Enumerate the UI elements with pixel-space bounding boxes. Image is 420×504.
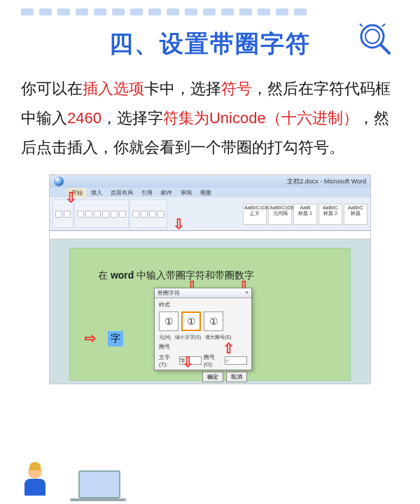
section-title: 四、设置带圈字符 — [109, 28, 311, 60]
dialog-titlebar: 带圈字符 × — [155, 288, 251, 298]
text: ，选择字 — [102, 109, 163, 127]
title-row: 四、设置带圈字符 — [0, 15, 420, 69]
tab-review: 审阅 — [177, 188, 195, 197]
magnifier-icon — [356, 20, 395, 59]
text-highlight: 插入选项 — [83, 80, 144, 97]
arrow-up-icon: ⇩ — [223, 340, 234, 356]
person-icon — [18, 465, 52, 498]
dialog-section-label: 样式 — [159, 301, 247, 309]
tab-view: 视图 — [197, 188, 215, 197]
ruler — [50, 231, 370, 239]
dialog-title-text: 带圈字符 — [158, 289, 180, 297]
word-screenshot: 文档2.docx - Microsoft Word 开始 插入 页面布局 引用 … — [49, 174, 371, 384]
text-highlight: 符集为Unicode（十六进制） — [163, 109, 358, 127]
ribbon-tabs: 开始 插入 页面布局 引用 邮件 审阅 视图 — [50, 188, 370, 197]
style-option-selected: ① — [181, 312, 201, 331]
page-text: 在 word 中输入带圈字符和带圈数字 — [98, 270, 254, 282]
ring-field-label: 圈号(O): — [204, 354, 223, 368]
svg-line-2 — [381, 45, 389, 53]
text-highlight: 符号 — [221, 80, 252, 97]
office-orb-icon — [54, 176, 64, 186]
cancel-button: 取消 — [226, 372, 247, 382]
footer-illustration — [0, 469, 420, 504]
ok-button: 确定 — [202, 372, 223, 382]
text: 你可以在 — [21, 80, 83, 97]
tab-insert: 插入 — [88, 188, 106, 197]
arrow-right-icon: ⇩ — [82, 332, 99, 344]
styles-gallery: AaBbCcDd正文 AaBbCcDd无间隔 AaBl标题 1 AaBbC标题 … — [243, 200, 368, 228]
document-page: 在 word 中输入带圈字符和带圈数字 ⇩ ⇩ 字 ⇩ 带圈字符 × 样式 ① … — [69, 248, 351, 381]
enclosed-char-dialog: 带圈字符 × 样式 ① ① ① 无(N) 缩小文字(S) 增大圈号(E) 圈号 … — [154, 288, 252, 370]
close-icon: × — [245, 289, 248, 297]
text-field-label: 文字(T): — [159, 354, 177, 368]
arrow-down-icon: ⇩ — [173, 216, 185, 232]
svg-line-4 — [382, 24, 385, 27]
tab-layout: 页面布局 — [107, 188, 136, 197]
ribbon: AaBbCcDd正文 AaBbCcDd无间隔 AaBl标题 1 AaBbC标题 … — [50, 197, 370, 231]
window-titlebar: 文档2.docx - Microsoft Word — [50, 175, 370, 188]
style-option: ① — [159, 312, 178, 331]
tab-references: 引用 — [138, 188, 156, 197]
window-title: 文档2.docx - Microsoft Word — [287, 177, 366, 186]
arrow-down-icon: ⇩ — [65, 189, 77, 206]
svg-line-3 — [360, 24, 363, 27]
highlighted-char: 字 — [108, 331, 123, 346]
arrow-down-icon: ⇩ — [182, 354, 194, 370]
instruction-paragraph: 你可以在插入选项卡中，选择符号，然后在字符代码框中输入2460，选择字符集为Un… — [0, 69, 420, 162]
style-option: ① — [204, 312, 223, 331]
ring-field — [225, 356, 247, 365]
laptop-icon — [70, 498, 126, 501]
text: 卡中，选择 — [144, 80, 221, 97]
text-highlight: 2460 — [67, 109, 102, 127]
tab-mail: 邮件 — [158, 188, 176, 197]
decorative-top-dashes — [0, 0, 420, 15]
svg-point-1 — [365, 29, 379, 43]
style-options: ① ① ① — [159, 312, 247, 331]
